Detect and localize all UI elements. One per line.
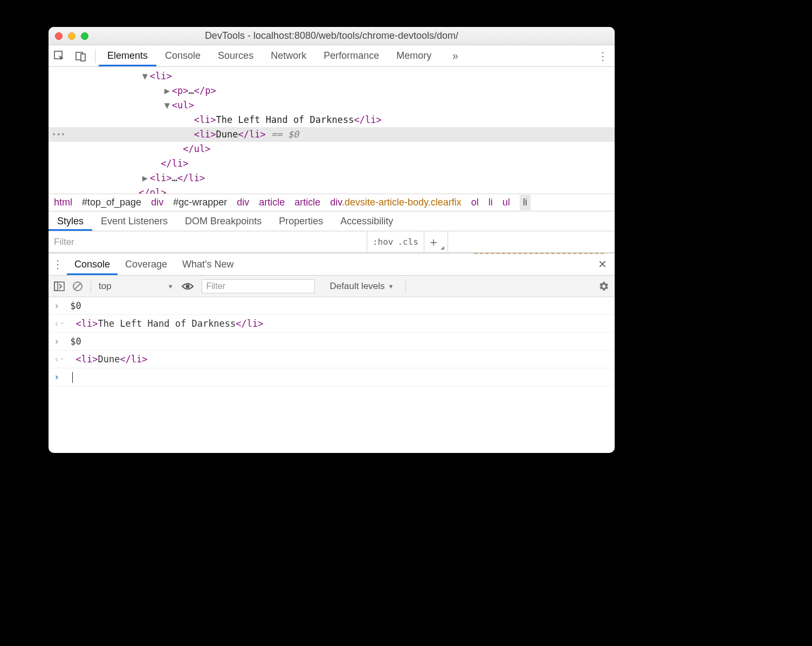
log-levels-label: Default levels bbox=[330, 281, 385, 292]
tab-console[interactable]: Console bbox=[156, 45, 209, 66]
styles-tab-styles[interactable]: Styles bbox=[49, 211, 92, 231]
tab-elements[interactable]: Elements bbox=[99, 45, 156, 66]
computed-panel-preview bbox=[448, 231, 615, 252]
dom-tree-row[interactable]: ▶<li>…</li> bbox=[49, 171, 615, 185]
drawer-close-button[interactable]: ✕ bbox=[590, 253, 615, 275]
new-style-rule-button[interactable]: ＋ ◢ bbox=[424, 231, 448, 252]
breadcrumb-item[interactable]: article bbox=[294, 197, 320, 208]
dropdown-triangle-icon: ▼ bbox=[168, 283, 174, 290]
drawer-header: ⋮ ConsoleCoverageWhat's New ✕ bbox=[49, 253, 615, 276]
separator bbox=[405, 279, 406, 293]
console-settings-icon[interactable] bbox=[598, 281, 609, 292]
breadcrumb-item[interactable]: div bbox=[237, 197, 249, 208]
styles-tab-dom-breakpoints[interactable]: DOM Breakpoints bbox=[176, 211, 270, 231]
tab-memory[interactable]: Memory bbox=[388, 45, 440, 66]
drawer-tabs: ConsoleCoverageWhat's New bbox=[67, 253, 242, 275]
dom-tree-row[interactable]: <li>The Left Hand of Darkness</li> bbox=[49, 113, 615, 127]
settings-menu-button[interactable]: ⋮ bbox=[597, 50, 608, 63]
execution-context-label: top bbox=[99, 281, 112, 292]
device-toolbar-icon[interactable] bbox=[70, 45, 92, 66]
titlebar: DevTools - localhost:8080/web/tools/chro… bbox=[49, 27, 615, 45]
console-toolbar: top ▼ Default levels ▼ bbox=[49, 276, 615, 297]
styles-tab-event-listeners[interactable]: Event Listeners bbox=[92, 211, 176, 231]
drawer-tab-what-s-new[interactable]: What's New bbox=[175, 253, 241, 275]
breadcrumb-item[interactable]: div bbox=[151, 197, 163, 208]
main-toolbar: ElementsConsoleSourcesNetworkPerformance… bbox=[49, 45, 615, 67]
console-input-row: › $0 bbox=[49, 333, 615, 351]
console-prompt-row[interactable]: › bbox=[49, 368, 615, 386]
breadcrumb-item[interactable]: article bbox=[259, 197, 285, 208]
breadcrumb-item[interactable]: #gc-wrapper bbox=[173, 197, 227, 208]
dom-tree-row[interactable]: </ol> bbox=[49, 185, 615, 194]
main-tabs: ElementsConsoleSourcesNetworkPerformance… bbox=[99, 45, 440, 66]
styles-tab-properties[interactable]: Properties bbox=[270, 211, 332, 231]
dom-tree-row[interactable]: </ul> bbox=[49, 142, 615, 156]
svg-rect-2 bbox=[81, 54, 85, 61]
dom-tree-row[interactable]: ▼<li> bbox=[49, 69, 615, 84]
execution-context-select[interactable]: top ▼ bbox=[91, 279, 174, 293]
styles-filter-bar: :hov .cls ＋ ◢ bbox=[49, 231, 615, 253]
styles-tab-accessibility[interactable]: Accessibility bbox=[332, 211, 402, 231]
live-expression-icon[interactable] bbox=[181, 282, 194, 291]
console-output-row: ‹· <li>Dune</li> bbox=[49, 351, 615, 368]
console-output-row: ‹· <li>The Left Hand of Darkness</li> bbox=[49, 315, 615, 333]
svg-rect-4 bbox=[54, 282, 58, 291]
svg-rect-3 bbox=[54, 282, 64, 291]
dom-tree-row[interactable]: ▶<p>…</p> bbox=[49, 84, 615, 98]
drawer-menu-button[interactable]: ⋮ bbox=[49, 253, 67, 275]
dropdown-triangle-icon: ▼ bbox=[388, 283, 394, 290]
console-filter-input[interactable] bbox=[202, 279, 315, 293]
breadcrumb-item[interactable]: li bbox=[520, 195, 531, 210]
clear-console-icon[interactable] bbox=[72, 281, 83, 292]
dom-tree-row[interactable]: ▼<ul> bbox=[49, 98, 615, 113]
tab-sources[interactable]: Sources bbox=[209, 45, 262, 66]
styles-tabs: StylesEvent ListenersDOM BreakpointsProp… bbox=[49, 211, 615, 231]
log-levels-select[interactable]: Default levels ▼ bbox=[330, 281, 394, 292]
svg-point-7 bbox=[185, 284, 189, 288]
drawer-tab-coverage[interactable]: Coverage bbox=[118, 253, 175, 275]
breadcrumb-item[interactable]: html bbox=[54, 197, 72, 208]
styles-filter-input[interactable] bbox=[49, 231, 367, 252]
tab-network[interactable]: Network bbox=[262, 45, 315, 66]
cls-toggle[interactable]: .cls bbox=[397, 237, 418, 247]
breadcrumb-item[interactable]: #top_of_page bbox=[82, 197, 141, 208]
breadcrumb-item[interactable]: ol bbox=[471, 197, 479, 208]
separator bbox=[95, 49, 95, 63]
inspect-element-icon[interactable] bbox=[49, 45, 70, 66]
dom-tree-row[interactable]: </li> bbox=[49, 156, 615, 171]
box-model-margin-outline bbox=[474, 253, 604, 254]
devtools-window: DevTools - localhost:8080/web/tools/chro… bbox=[49, 27, 615, 453]
dom-tree-row[interactable]: <li>Dune</li> == $0 bbox=[49, 127, 615, 142]
elements-tree[interactable]: ▼<li> ▶<p>…</p> ▼<ul> <li>The Left Hand … bbox=[49, 67, 615, 194]
breadcrumb-item[interactable]: div.devsite-article-body.clearfix bbox=[330, 197, 461, 208]
window-title: DevTools - localhost:8080/web/tools/chro… bbox=[49, 30, 615, 42]
breadcrumb-item[interactable]: li bbox=[488, 197, 493, 208]
drawer-tab-console[interactable]: Console bbox=[67, 253, 118, 275]
breadcrumb-item[interactable]: ul bbox=[503, 197, 510, 208]
console-input-row: › $0 bbox=[49, 297, 615, 315]
hov-cls-toggles: :hov .cls bbox=[367, 231, 424, 252]
svg-line-6 bbox=[74, 283, 81, 290]
tab-performance[interactable]: Performance bbox=[315, 45, 388, 66]
hov-toggle[interactable]: :hov bbox=[373, 237, 394, 247]
console-sidebar-toggle-icon[interactable] bbox=[54, 281, 65, 291]
dom-breadcrumb[interactable]: html#top_of_pagediv#gc-wrapperdivarticle… bbox=[49, 194, 615, 211]
console-output[interactable]: › $0‹· <li>The Left Hand of Darkness</li… bbox=[49, 297, 615, 453]
overflow-tabs-button[interactable]: » bbox=[444, 45, 466, 66]
